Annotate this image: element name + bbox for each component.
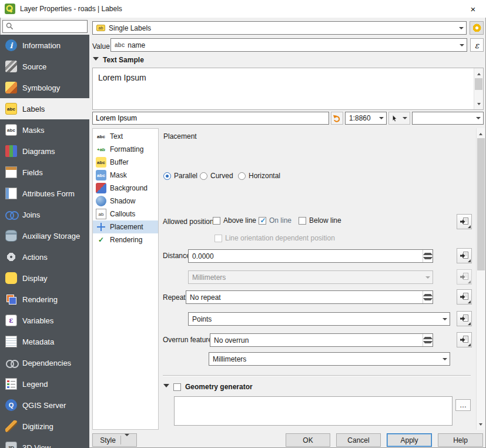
tab-callouts[interactable]: Callouts bbox=[93, 208, 158, 220]
spin-up-icon[interactable] bbox=[423, 250, 433, 256]
radio-horizontal[interactable]: Horizontal bbox=[238, 172, 280, 180]
sidebar-item-symbology[interactable]: Symbology bbox=[0, 77, 89, 98]
spin-down-icon[interactable] bbox=[423, 256, 433, 263]
sidebar-item-attributes-form[interactable]: Attributes Form bbox=[0, 183, 89, 204]
distance-spinbox[interactable]: 0.0000 bbox=[188, 249, 433, 263]
shadow-tab-icon bbox=[96, 196, 106, 206]
sidebar-item-masks[interactable]: Masks bbox=[0, 119, 89, 141]
sidebar-item-qgis-server[interactable]: QGIS Server bbox=[0, 394, 89, 416]
checkbox-icon bbox=[213, 217, 220, 225]
sidebar-item-dependencies[interactable]: Dependencies bbox=[0, 352, 89, 373]
geometry-generator-checkbox[interactable] bbox=[173, 383, 181, 391]
cancel-button[interactable]: Cancel bbox=[336, 433, 381, 447]
map-settings-split-button[interactable] bbox=[388, 112, 410, 125]
tab-formatting[interactable]: Formatting bbox=[93, 143, 158, 156]
scroll-down-icon[interactable] bbox=[477, 420, 485, 430]
expression-dialog-button[interactable]: … bbox=[455, 399, 471, 411]
source-icon bbox=[5, 61, 17, 72]
scrollbar-thumb[interactable] bbox=[475, 78, 482, 90]
sidebar-item-fields[interactable]: Fields bbox=[0, 162, 89, 183]
preview-scale-combo[interactable]: 1:8860 bbox=[345, 112, 387, 125]
sample-text: Lorem Ipsum bbox=[98, 73, 146, 82]
checkbox-icon bbox=[299, 217, 306, 225]
spin-down-icon[interactable] bbox=[423, 297, 433, 304]
tab-buffer[interactable]: Buffer bbox=[93, 156, 158, 169]
overrun-spinbox[interactable]: No overrun bbox=[210, 333, 433, 347]
scrollbar-thumb[interactable] bbox=[477, 138, 485, 270]
data-defined-override-button[interactable] bbox=[457, 289, 472, 305]
checkbox-line-orientation[interactable]: Line orientation dependent position bbox=[214, 234, 335, 242]
automated-placement-settings-button[interactable] bbox=[470, 21, 484, 35]
checkbox-above-line[interactable]: Above line bbox=[213, 216, 256, 225]
spin-down-icon[interactable] bbox=[423, 340, 433, 347]
sidebar-item-label: Rendering bbox=[22, 295, 58, 304]
sidebar-item-information[interactable]: Information bbox=[0, 35, 89, 56]
sidebar-item-digitizing[interactable]: Digitizing bbox=[0, 416, 89, 437]
data-defined-override-button[interactable] bbox=[457, 332, 472, 347]
reset-sample-button[interactable] bbox=[331, 112, 343, 125]
panel-scrollbar[interactable] bbox=[476, 128, 485, 430]
sidebar-item-rendering[interactable]: Rendering bbox=[0, 289, 89, 310]
tab-shadow[interactable]: Shadow bbox=[93, 195, 158, 208]
scroll-down-icon[interactable] bbox=[474, 100, 483, 109]
radio-parallel[interactable]: Parallel bbox=[163, 172, 197, 180]
sidebar-item-legend[interactable]: Legend bbox=[0, 373, 89, 394]
repeat-spinbox[interactable]: No repeat bbox=[186, 290, 433, 304]
display-icon bbox=[5, 272, 17, 284]
expression-builder-button[interactable]: ε bbox=[470, 38, 484, 52]
tab-rendering[interactable]: Rendering bbox=[93, 233, 158, 246]
close-icon[interactable]: × bbox=[466, 4, 480, 14]
data-defined-override-button[interactable] bbox=[457, 214, 472, 229]
ok-button[interactable]: OK bbox=[286, 433, 330, 447]
overrun-unit-combo[interactable]: Millimeters bbox=[209, 352, 450, 366]
sample-scrollbar[interactable] bbox=[474, 68, 483, 109]
sidebar-item-joins[interactable]: Joins bbox=[0, 204, 89, 225]
scroll-up-icon[interactable] bbox=[474, 68, 483, 78]
label-mode-combo[interactable]: Single Labels bbox=[92, 21, 467, 35]
data-defined-override-button[interactable] bbox=[457, 269, 472, 285]
checkbox-on-line[interactable]: On line bbox=[259, 216, 291, 225]
spin-up-icon[interactable] bbox=[423, 291, 433, 297]
scroll-up-icon[interactable] bbox=[477, 128, 485, 138]
checkbox-below-line[interactable]: Below line bbox=[299, 216, 341, 225]
title-bar[interactable]: Layer Properties - roads | Labels × bbox=[0, 0, 486, 18]
sidebar-item-display[interactable]: Display bbox=[0, 268, 89, 289]
tab-label: Mask bbox=[110, 171, 127, 179]
geometry-generator-label: Geometry generator bbox=[185, 383, 253, 391]
spin-up-icon[interactable] bbox=[423, 334, 433, 340]
data-defined-override-button[interactable] bbox=[457, 311, 472, 326]
help-button[interactable]: Help bbox=[438, 433, 483, 447]
sidebar-item-diagrams[interactable]: Diagrams bbox=[0, 141, 89, 162]
preview-background-combo[interactable] bbox=[412, 112, 484, 125]
sample-text-input[interactable] bbox=[92, 112, 329, 125]
tab-placement[interactable]: Placement bbox=[93, 220, 158, 233]
sidebar-item-auxiliary-storage[interactable]: Auxiliary Storage bbox=[0, 225, 89, 246]
apply-button[interactable]: Apply bbox=[387, 433, 432, 447]
repeat-unit-combo[interactable]: Points bbox=[188, 312, 450, 326]
metadata-icon bbox=[5, 336, 17, 347]
sidebar-item-labels[interactable]: Labels bbox=[0, 98, 89, 119]
text-sample-header[interactable]: Text Sample bbox=[93, 56, 144, 64]
value-field-combo[interactable]: abc name bbox=[110, 38, 467, 52]
sidebar-item-label: Symbology bbox=[22, 83, 60, 92]
sidebar-item-3d-view[interactable]: 3D View bbox=[0, 437, 89, 448]
search-input[interactable] bbox=[2, 20, 88, 33]
style-button[interactable]: Style bbox=[92, 433, 137, 447]
tab-text[interactable]: Text bbox=[93, 130, 158, 143]
tab-background[interactable]: Background bbox=[93, 182, 158, 195]
sidebar-item-variables[interactable]: Variables bbox=[0, 310, 89, 331]
distance-unit-combo[interactable]: Millimeters bbox=[188, 270, 433, 284]
sidebar-item-actions[interactable]: Actions bbox=[0, 246, 89, 268]
radio-curved[interactable]: Curved bbox=[200, 172, 233, 180]
geometry-generator-expression[interactable] bbox=[174, 396, 453, 426]
sidebar-item-source[interactable]: Source bbox=[0, 56, 89, 77]
tab-mask[interactable]: Mask bbox=[93, 169, 158, 182]
sidebar-item-metadata[interactable]: Metadata bbox=[0, 331, 89, 352]
geometry-generator-header[interactable]: Geometry generator bbox=[163, 383, 253, 391]
checkbox-label: Above line bbox=[223, 216, 256, 225]
distance-value: 0.0000 bbox=[192, 252, 214, 260]
sidebar-item-label: Metadata bbox=[22, 337, 54, 346]
value-field-name: name bbox=[128, 41, 145, 49]
layer-properties-window: Layer Properties - roads | Labels × Info… bbox=[0, 0, 486, 448]
data-defined-override-button[interactable] bbox=[457, 248, 472, 263]
